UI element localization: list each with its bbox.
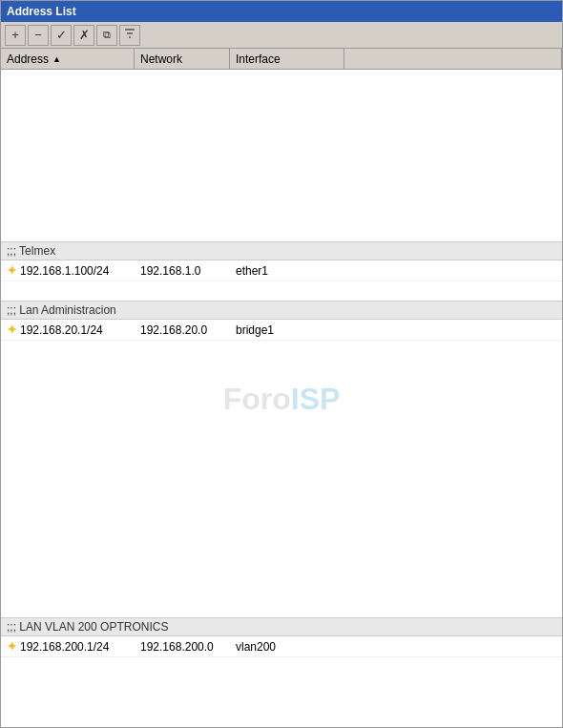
check-icon: ✓ bbox=[56, 28, 67, 42]
cell-interface-lan-admin: bridge1 bbox=[230, 320, 344, 340]
column-header-network[interactable]: Network bbox=[135, 49, 230, 69]
column-header-address[interactable]: Address ▲ bbox=[1, 49, 135, 69]
table-header: Address ▲ Network Interface bbox=[1, 49, 562, 70]
empty-space-middle bbox=[1, 341, 562, 617]
toolbar: + − ✓ ✗ ⧉ bbox=[1, 22, 562, 49]
section-header-telmex: ;;; Telmex bbox=[1, 241, 562, 260]
cell-rest-vlan200 bbox=[344, 636, 562, 656]
filter-button[interactable] bbox=[119, 25, 140, 46]
row-icon-vlan200: ✦ bbox=[7, 639, 17, 654]
cell-network-lan-admin: 192.168.20.0 bbox=[135, 320, 230, 340]
spacer-1 bbox=[1, 281, 562, 301]
copy-button[interactable]: ⧉ bbox=[96, 25, 117, 46]
main-window: Address List + − ✓ ✗ ⧉ bbox=[0, 0, 563, 728]
cell-interface-vlan200: vlan200 bbox=[230, 636, 344, 656]
cell-address-lan-admin: ✦ 192.168.20.1/24 bbox=[1, 320, 135, 340]
table-row[interactable]: ✦ 192.168.1.100/24 192.168.1.0 ether1 bbox=[1, 260, 562, 281]
cell-address-telmex: ✦ 192.168.1.100/24 bbox=[1, 260, 135, 281]
row-icon-lan-admin: ✦ bbox=[7, 322, 17, 337]
add-button[interactable]: + bbox=[5, 25, 26, 46]
enable-button[interactable]: ✓ bbox=[51, 25, 72, 46]
minus-icon: − bbox=[34, 28, 42, 42]
filter-icon bbox=[123, 27, 136, 43]
table-row[interactable]: ✦ 192.168.20.1/24 192.168.20.0 bridge1 bbox=[1, 320, 562, 341]
add-icon: + bbox=[11, 28, 19, 42]
column-header-rest bbox=[344, 49, 562, 69]
section-header-lan-admin: ;;; Lan Administracion bbox=[1, 301, 562, 320]
table-row[interactable]: ✦ 192.168.200.1/24 192.168.200.0 vlan200 bbox=[1, 636, 562, 657]
window-title: Address List bbox=[7, 5, 76, 18]
cell-interface-telmex: ether1 bbox=[230, 260, 344, 281]
sort-arrow-icon: ▲ bbox=[52, 54, 61, 64]
copy-icon: ⧉ bbox=[103, 29, 111, 41]
title-bar: Address List bbox=[1, 1, 562, 22]
table-body: ForoISP ;;; Telmex ✦ 192.168.1.100/24 19… bbox=[1, 70, 562, 727]
section-header-vlan200: ;;; LAN VLAN 200 OPTRONICS bbox=[1, 617, 562, 636]
empty-space-top bbox=[1, 70, 562, 241]
row-icon-telmex: ✦ bbox=[7, 263, 17, 278]
cell-network-vlan200: 192.168.200.0 bbox=[135, 636, 230, 656]
disable-button[interactable]: ✗ bbox=[73, 25, 94, 46]
cross-icon: ✗ bbox=[79, 28, 90, 42]
column-header-interface[interactable]: Interface bbox=[230, 49, 344, 69]
cell-network-telmex: 192.168.1.0 bbox=[135, 260, 230, 281]
cell-address-vlan200: ✦ 192.168.200.1/24 bbox=[1, 636, 135, 656]
remove-button[interactable]: − bbox=[28, 25, 49, 46]
cell-rest-lan-admin bbox=[344, 320, 562, 340]
cell-rest-telmex bbox=[344, 260, 562, 281]
